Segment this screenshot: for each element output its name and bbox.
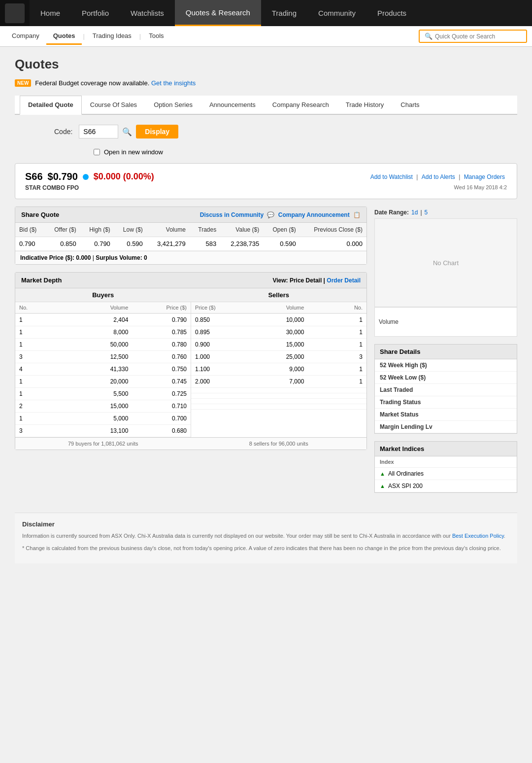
th-open: Open ($)	[263, 223, 300, 237]
quote-change: $0.000 (0.00%)	[94, 172, 154, 182]
tab-option-series[interactable]: Option Series	[145, 96, 201, 114]
right-panel: Date Range: 1d | 5 No Chart Volume Share…	[374, 207, 517, 493]
quote-date: Wed 16 May 2018 4:2	[454, 184, 507, 191]
view-price-detail-label: View: Price Detail	[272, 277, 322, 284]
index-row-asx-spi: ▲ ASX SPI 200	[375, 480, 517, 492]
search-input[interactable]	[435, 33, 521, 40]
subnav-tools[interactable]: Tools	[142, 28, 170, 45]
quote-code: S66	[25, 171, 43, 182]
page-title: Quotes	[15, 57, 517, 72]
buyers-price-header: Price ($)	[132, 302, 191, 313]
depth-seller-row-10	[191, 404, 366, 410]
depth-seller-row-9	[191, 399, 366, 404]
best-execution-link[interactable]: Best Execution Policy	[452, 533, 504, 539]
buyers-volume-header: Volume	[74, 302, 133, 313]
tabs-bar: Detailed Quote Course Of Sales Option Se…	[15, 96, 517, 115]
open-new-window-label: Open in new window	[104, 148, 163, 156]
date-range-1d[interactable]: 1d	[411, 209, 418, 216]
detail-row-market-status: Market Status	[375, 409, 517, 421]
open-new-window-checkbox[interactable]	[94, 149, 100, 155]
th-trades: Trades	[190, 223, 220, 237]
buyers-table: No. Volume Price ($) 1 2,404 0.790 1 8,0…	[15, 302, 191, 437]
th-offer: Offer ($)	[45, 223, 80, 237]
add-to-watchlist-link[interactable]: Add to Watchlist	[370, 173, 413, 180]
tab-company-research[interactable]: Company Research	[264, 96, 337, 114]
nav-item-quotes[interactable]: Quotes & Research	[175, 0, 261, 26]
depth-seller-row-5: 1.100 9,000 1	[191, 363, 366, 376]
up-arrow-icon-2: ▲	[380, 483, 385, 489]
nav-item-community[interactable]: Community	[307, 0, 366, 26]
subnav-company[interactable]: Company	[5, 28, 46, 45]
subnav-quotes[interactable]: Quotes	[46, 28, 82, 45]
code-input[interactable]	[79, 125, 118, 139]
banner-text: Federal Budget coverage now available.	[35, 79, 149, 87]
subnav-divider: |	[83, 33, 84, 40]
tab-detailed-quote[interactable]: Detailed Quote	[20, 96, 82, 115]
sub-navigation: Company Quotes | Trading Ideas | Tools 🔍	[0, 26, 532, 47]
nav-logo	[0, 0, 30, 26]
discuss-community-link[interactable]: Discuss in Community	[200, 211, 264, 218]
depth-buyer-row-6: 1 20,000 0.745	[15, 376, 191, 388]
tab-trade-history[interactable]: Trade History	[337, 96, 393, 114]
code-label: Code:	[54, 128, 72, 136]
nav-items: Home Portfolio Watchlists Quotes & Resea…	[30, 0, 532, 26]
tab-announcements[interactable]: Announcements	[201, 96, 264, 114]
th-bid: Bid ($)	[15, 223, 45, 237]
depth-buyer-row-2: 1 8,000 0.785	[15, 326, 191, 339]
logo-icon	[5, 3, 25, 23]
quote-price: $0.790	[48, 171, 78, 182]
depth-seller-row-7	[191, 388, 366, 393]
index-row-all-ords: ▲ All Ordinaries	[375, 468, 517, 480]
depth-view-links: View: Price Detail | Order Detail	[272, 277, 361, 284]
val-trades: 583	[190, 237, 220, 251]
detail-row-last-traded: Last Traded	[375, 384, 517, 396]
depth-buyer-row-8: 2 15,000 0.710	[15, 400, 191, 413]
new-badge: NEW	[15, 79, 31, 87]
detail-row-52-high: 52 Week High ($)	[375, 359, 517, 372]
tab-charts[interactable]: Charts	[392, 96, 428, 114]
company-name: STAR COMBO FPO	[25, 184, 79, 191]
disclaimer-section: Disclaimer Information is currently sour…	[15, 513, 517, 563]
subnav-trading-ideas[interactable]: Trading Ideas	[86, 28, 138, 45]
date-range-bar: Date Range: 1d | 5	[374, 207, 517, 218]
index-col-header: Index	[375, 456, 517, 468]
subnav-divider2: |	[139, 33, 141, 40]
sellers-col-header: Sellers	[191, 288, 367, 302]
detail-row-52-low: 52 Week Low ($)	[375, 372, 517, 384]
sellers-price-header: Price ($)	[191, 302, 250, 313]
market-indices-box: Market Indices Index ▲ All Ordinaries ▲ …	[374, 441, 517, 493]
main-layout: Share Quote Discuss in Community 💬 Compa…	[15, 207, 517, 493]
add-to-alerts-link[interactable]: Add to Alerts	[422, 173, 455, 180]
disclaimer-text-2: * Change is calculated from the previous…	[22, 544, 510, 553]
quote-subheader: STAR COMBO FPO Wed 16 May 2018 4:2	[25, 184, 507, 191]
up-arrow-icon: ▲	[380, 471, 385, 477]
market-depth-panel: Market Depth View: Price Detail | Order …	[15, 272, 367, 450]
display-button[interactable]: Display	[136, 125, 178, 139]
company-announcement-link[interactable]: Company Announcement	[278, 211, 350, 218]
volume-box: Volume	[374, 307, 517, 337]
market-indices-title: Market Indices	[375, 442, 517, 456]
nav-item-portfolio[interactable]: Portfolio	[71, 0, 120, 26]
manage-orders-link[interactable]: Manage Orders	[464, 173, 505, 180]
detail-row-margin-lending: Margin Lending Lv	[375, 421, 517, 433]
depth-buyer-row-9: 1 5,000 0.700	[15, 413, 191, 425]
depth-seller-row-4: 1.000 25,000 3	[191, 351, 366, 363]
code-search-button[interactable]: 🔍	[122, 127, 132, 137]
tab-course-of-sales[interactable]: Course Of Sales	[82, 96, 145, 114]
val-low: 0.590	[114, 237, 147, 251]
sellers-summary: 8 sellers for 96,000 units	[191, 438, 367, 450]
order-detail-link[interactable]: Order Detail	[327, 277, 361, 284]
nav-item-products[interactable]: Products	[366, 0, 417, 26]
share-quote-title: Share Quote	[21, 211, 59, 218]
nav-item-watchlists[interactable]: Watchlists	[120, 0, 175, 26]
indicative-price-label: Indicative Price ($): 0.000	[20, 254, 91, 261]
date-range-5[interactable]: 5	[425, 209, 428, 216]
share-details-title: Share Details	[375, 345, 517, 359]
nav-item-home[interactable]: Home	[30, 0, 71, 26]
val-prev-close: 0.000	[300, 237, 366, 251]
nav-item-trading[interactable]: Trading	[261, 0, 307, 26]
banner-link[interactable]: Get the insights	[151, 79, 196, 87]
val-offer: 0.850	[45, 237, 80, 251]
th-volume: Volume	[147, 223, 190, 237]
search-icon: 🔍	[425, 33, 432, 40]
